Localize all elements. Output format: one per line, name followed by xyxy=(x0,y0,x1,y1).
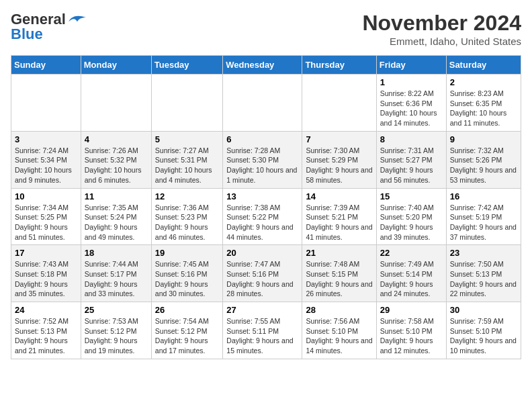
day-info: Sunrise: 7:50 AM Sunset: 5:13 PM Dayligh… xyxy=(450,259,517,299)
day-number: 26 xyxy=(155,305,220,315)
calendar-cell: 21Sunrise: 7:48 AM Sunset: 5:15 PM Dayli… xyxy=(302,245,376,302)
day-number: 12 xyxy=(155,191,220,201)
day-number: 29 xyxy=(380,305,443,315)
day-number: 23 xyxy=(450,248,517,258)
day-number: 1 xyxy=(380,77,443,87)
header-saturday: Saturday xyxy=(446,56,521,75)
day-number: 28 xyxy=(306,305,372,315)
day-info: Sunrise: 7:35 AM Sunset: 5:24 PM Dayligh… xyxy=(85,203,148,242)
header-thursday: Thursday xyxy=(302,56,376,75)
calendar-cell: 2Sunrise: 8:23 AM Sunset: 6:35 PM Daylig… xyxy=(446,75,521,132)
location-title: Emmett, Idaho, United States xyxy=(362,36,521,47)
calendar-cell: 27Sunrise: 7:55 AM Sunset: 5:11 PM Dayli… xyxy=(223,302,302,359)
calendar-cell: 20Sunrise: 7:47 AM Sunset: 5:16 PM Dayli… xyxy=(223,245,302,302)
day-info: Sunrise: 7:27 AM Sunset: 5:31 PM Dayligh… xyxy=(155,146,220,185)
calendar-cell: 26Sunrise: 7:54 AM Sunset: 5:12 PM Dayli… xyxy=(151,302,223,359)
calendar-cell: 30Sunrise: 7:59 AM Sunset: 5:10 PM Dayli… xyxy=(446,302,521,359)
calendar-cell xyxy=(151,75,223,132)
calendar-cell: 16Sunrise: 7:42 AM Sunset: 5:19 PM Dayli… xyxy=(446,188,521,245)
day-number: 25 xyxy=(85,305,148,315)
calendar-cell: 13Sunrise: 7:38 AM Sunset: 5:22 PM Dayli… xyxy=(223,188,302,245)
calendar-cell: 9Sunrise: 7:32 AM Sunset: 5:26 PM Daylig… xyxy=(446,131,521,188)
calendar-cell: 22Sunrise: 7:49 AM Sunset: 5:14 PM Dayli… xyxy=(376,245,446,302)
day-info: Sunrise: 7:52 AM Sunset: 5:13 PM Dayligh… xyxy=(15,316,77,356)
day-number: 30 xyxy=(450,305,517,315)
day-info: Sunrise: 7:48 AM Sunset: 5:15 PM Dayligh… xyxy=(306,259,372,299)
day-info: Sunrise: 8:22 AM Sunset: 6:36 PM Dayligh… xyxy=(380,89,443,128)
day-info: Sunrise: 7:39 AM Sunset: 5:21 PM Dayligh… xyxy=(306,203,372,242)
calendar-cell: 5Sunrise: 7:27 AM Sunset: 5:31 PM Daylig… xyxy=(151,131,223,188)
day-info: Sunrise: 7:58 AM Sunset: 5:10 PM Dayligh… xyxy=(380,316,443,356)
day-info: Sunrise: 7:44 AM Sunset: 5:17 PM Dayligh… xyxy=(85,259,148,299)
calendar-cell: 19Sunrise: 7:45 AM Sunset: 5:16 PM Dayli… xyxy=(151,245,223,302)
day-info: Sunrise: 7:59 AM Sunset: 5:10 PM Dayligh… xyxy=(450,316,517,356)
day-number: 2 xyxy=(450,77,517,87)
calendar-cell: 6Sunrise: 7:28 AM Sunset: 5:30 PM Daylig… xyxy=(223,131,302,188)
day-info: Sunrise: 7:38 AM Sunset: 5:22 PM Dayligh… xyxy=(226,203,298,242)
calendar-cell: 4Sunrise: 7:26 AM Sunset: 5:32 PM Daylig… xyxy=(81,131,151,188)
day-info: Sunrise: 7:40 AM Sunset: 5:20 PM Dayligh… xyxy=(380,203,443,242)
day-number: 8 xyxy=(380,134,443,144)
calendar-cell: 25Sunrise: 7:53 AM Sunset: 5:12 PM Dayli… xyxy=(81,302,151,359)
day-info: Sunrise: 7:24 AM Sunset: 5:34 PM Dayligh… xyxy=(15,146,77,185)
calendar-cell: 1Sunrise: 8:22 AM Sunset: 6:36 PM Daylig… xyxy=(376,75,446,132)
calendar-cell: 11Sunrise: 7:35 AM Sunset: 5:24 PM Dayli… xyxy=(81,188,151,245)
day-number: 6 xyxy=(226,134,298,144)
title-area: November 2024 Emmett, Idaho, United Stat… xyxy=(362,11,521,47)
day-number: 4 xyxy=(85,134,148,144)
calendar-cell: 17Sunrise: 7:43 AM Sunset: 5:18 PM Dayli… xyxy=(11,245,81,302)
day-info: Sunrise: 7:32 AM Sunset: 5:26 PM Dayligh… xyxy=(450,146,517,185)
day-number: 5 xyxy=(155,134,220,144)
calendar-cell: 29Sunrise: 7:58 AM Sunset: 5:10 PM Dayli… xyxy=(376,302,446,359)
calendar-week-row: 24Sunrise: 7:52 AM Sunset: 5:13 PM Dayli… xyxy=(11,302,521,359)
day-info: Sunrise: 7:53 AM Sunset: 5:12 PM Dayligh… xyxy=(85,316,148,356)
calendar-cell xyxy=(81,75,151,132)
day-number: 21 xyxy=(306,248,372,258)
day-number: 9 xyxy=(450,134,517,144)
day-number: 15 xyxy=(380,191,443,201)
day-info: Sunrise: 7:36 AM Sunset: 5:23 PM Dayligh… xyxy=(155,203,220,242)
header-wednesday: Wednesday xyxy=(223,56,302,75)
day-number: 19 xyxy=(155,248,220,258)
calendar-table: SundayMondayTuesdayWednesdayThursdayFrid… xyxy=(11,55,521,359)
day-info: Sunrise: 8:23 AM Sunset: 6:35 PM Dayligh… xyxy=(450,89,517,128)
day-info: Sunrise: 7:45 AM Sunset: 5:16 PM Dayligh… xyxy=(155,259,220,299)
calendar-cell: 7Sunrise: 7:30 AM Sunset: 5:29 PM Daylig… xyxy=(302,131,376,188)
calendar-cell: 18Sunrise: 7:44 AM Sunset: 5:17 PM Dayli… xyxy=(81,245,151,302)
day-info: Sunrise: 7:49 AM Sunset: 5:14 PM Dayligh… xyxy=(380,259,443,299)
calendar-cell xyxy=(223,75,302,132)
day-info: Sunrise: 7:30 AM Sunset: 5:29 PM Dayligh… xyxy=(306,146,372,185)
day-info: Sunrise: 7:55 AM Sunset: 5:11 PM Dayligh… xyxy=(226,316,298,356)
logo-bird-icon xyxy=(67,13,87,24)
calendar-cell: 24Sunrise: 7:52 AM Sunset: 5:13 PM Dayli… xyxy=(11,302,81,359)
logo-blue: Blue xyxy=(11,26,43,43)
day-number: 3 xyxy=(15,134,77,144)
day-number: 18 xyxy=(85,248,148,258)
day-number: 13 xyxy=(226,191,298,201)
calendar-week-row: 3Sunrise: 7:24 AM Sunset: 5:34 PM Daylig… xyxy=(11,131,521,188)
calendar-cell: 28Sunrise: 7:56 AM Sunset: 5:10 PM Dayli… xyxy=(302,302,376,359)
header-friday: Friday xyxy=(376,56,446,75)
calendar-cell: 15Sunrise: 7:40 AM Sunset: 5:20 PM Dayli… xyxy=(376,188,446,245)
calendar-cell xyxy=(11,75,81,132)
day-number: 11 xyxy=(85,191,148,201)
day-number: 7 xyxy=(306,134,372,144)
day-info: Sunrise: 7:28 AM Sunset: 5:30 PM Dayligh… xyxy=(226,146,298,185)
day-number: 14 xyxy=(306,191,372,201)
day-number: 20 xyxy=(226,248,298,258)
calendar-cell xyxy=(302,75,376,132)
calendar-cell: 3Sunrise: 7:24 AM Sunset: 5:34 PM Daylig… xyxy=(11,131,81,188)
day-info: Sunrise: 7:43 AM Sunset: 5:18 PM Dayligh… xyxy=(15,259,77,299)
header-sunday: Sunday xyxy=(11,56,81,75)
day-info: Sunrise: 7:26 AM Sunset: 5:32 PM Dayligh… xyxy=(85,146,148,185)
day-number: 27 xyxy=(226,305,298,315)
calendar-header-row: SundayMondayTuesdayWednesdayThursdayFrid… xyxy=(11,56,521,75)
calendar-week-row: 17Sunrise: 7:43 AM Sunset: 5:18 PM Dayli… xyxy=(11,245,521,302)
logo: General Blue xyxy=(11,11,87,43)
day-number: 24 xyxy=(15,305,77,315)
day-info: Sunrise: 7:34 AM Sunset: 5:25 PM Dayligh… xyxy=(15,203,77,242)
calendar-cell: 10Sunrise: 7:34 AM Sunset: 5:25 PM Dayli… xyxy=(11,188,81,245)
calendar-cell: 23Sunrise: 7:50 AM Sunset: 5:13 PM Dayli… xyxy=(446,245,521,302)
day-info: Sunrise: 7:31 AM Sunset: 5:27 PM Dayligh… xyxy=(380,146,443,185)
calendar-cell: 14Sunrise: 7:39 AM Sunset: 5:21 PM Dayli… xyxy=(302,188,376,245)
